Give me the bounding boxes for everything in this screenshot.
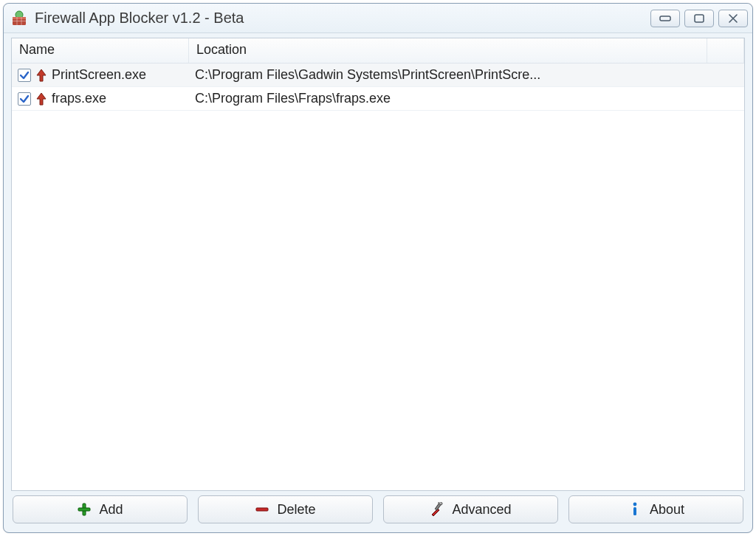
plus-icon — [77, 502, 92, 517]
minus-icon — [255, 502, 269, 517]
window-title: Firewall App Blocker v1.2 - Beta — [35, 10, 650, 27]
svg-rect-9 — [78, 508, 90, 511]
svg-rect-10 — [256, 508, 268, 511]
svg-rect-7 — [695, 15, 704, 22]
window-controls — [650, 10, 748, 27]
row-checkbox[interactable] — [18, 69, 31, 82]
close-button[interactable] — [718, 10, 748, 27]
column-header-location[interactable]: Location — [189, 38, 707, 63]
app-list[interactable]: Name Location PrintScree — [11, 38, 745, 491]
svg-rect-2 — [13, 17, 26, 19]
add-button[interactable]: Add — [13, 495, 188, 523]
app-icon — [11, 10, 27, 27]
maximize-icon — [693, 13, 705, 24]
checkmark-icon — [19, 94, 30, 104]
list-row[interactable]: fraps.exe C:\Program Files\Fraps\fraps.e… — [12, 87, 744, 111]
about-button-label: About — [650, 502, 684, 518]
row-name: fraps.exe — [52, 91, 192, 106]
tools-icon — [430, 502, 444, 517]
list-header[interactable]: Name Location — [12, 38, 744, 63]
button-bar: Add Delete Advanced — [11, 491, 745, 525]
app-window: Firewall App Blocker v1.2 - Beta N — [3, 3, 753, 533]
about-button[interactable]: About — [568, 495, 743, 523]
list-body: PrintScreen.exe C:\Program Files\Gadwin … — [12, 63, 744, 111]
minimize-button[interactable] — [650, 10, 680, 27]
checkmark-icon — [19, 70, 30, 80]
svg-rect-6 — [660, 16, 670, 21]
row-location: C:\Program Files\Fraps\fraps.exe — [192, 91, 744, 106]
row-name: PrintScreen.exe — [52, 67, 192, 83]
minimize-icon — [659, 14, 672, 23]
blocked-outbound-icon — [35, 68, 47, 83]
titlebar[interactable]: Firewall App Blocker v1.2 - Beta — [4, 4, 752, 33]
delete-button[interactable]: Delete — [198, 495, 373, 523]
list-row[interactable]: PrintScreen.exe C:\Program Files\Gadwin … — [12, 63, 744, 87]
client-area: Name Location PrintScree — [4, 33, 752, 532]
row-checkbox[interactable] — [18, 92, 31, 106]
delete-button-label: Delete — [277, 502, 315, 518]
advanced-button[interactable]: Advanced — [383, 495, 558, 523]
maximize-button[interactable] — [684, 10, 714, 27]
svg-rect-14 — [633, 507, 636, 515]
advanced-button-label: Advanced — [452, 502, 511, 518]
column-header-tail[interactable] — [707, 38, 744, 63]
add-button-label: Add — [99, 502, 123, 518]
column-header-name[interactable]: Name — [12, 38, 189, 63]
info-icon — [628, 502, 642, 517]
close-icon — [727, 13, 739, 24]
blocked-outbound-icon — [35, 92, 47, 106]
svg-point-13 — [633, 503, 637, 506]
row-location: C:\Program Files\Gadwin Systems\PrintScr… — [192, 67, 744, 83]
